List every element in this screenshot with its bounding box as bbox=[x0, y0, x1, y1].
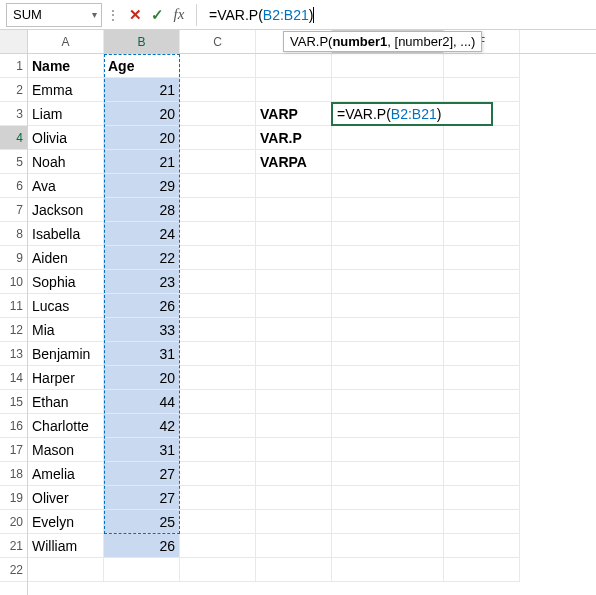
cell-D1[interactable] bbox=[256, 54, 332, 78]
cell-B5[interactable]: 21 bbox=[104, 150, 180, 174]
row-header-16[interactable]: 16 bbox=[0, 414, 27, 438]
cell-F14[interactable] bbox=[444, 366, 520, 390]
cell-E8[interactable] bbox=[332, 222, 444, 246]
cell-B9[interactable]: 22 bbox=[104, 246, 180, 270]
cell-C6[interactable] bbox=[180, 174, 256, 198]
cell-F4[interactable] bbox=[444, 126, 520, 150]
cell-F20[interactable] bbox=[444, 510, 520, 534]
cell-E17[interactable] bbox=[332, 438, 444, 462]
chevron-down-icon[interactable]: ▾ bbox=[92, 9, 97, 20]
cell-D2[interactable] bbox=[256, 78, 332, 102]
cell-E2[interactable] bbox=[332, 78, 444, 102]
cell-D20[interactable] bbox=[256, 510, 332, 534]
cell-E16[interactable] bbox=[332, 414, 444, 438]
cell-A13[interactable]: Benjamin bbox=[28, 342, 104, 366]
cell-B22[interactable] bbox=[104, 558, 180, 582]
cell-C1[interactable] bbox=[180, 54, 256, 78]
cell-D16[interactable] bbox=[256, 414, 332, 438]
cell-E6[interactable] bbox=[332, 174, 444, 198]
cell-B18[interactable]: 27 bbox=[104, 462, 180, 486]
cell-A2[interactable]: Emma bbox=[28, 78, 104, 102]
cell-B4[interactable]: 20 bbox=[104, 126, 180, 150]
cell-F21[interactable] bbox=[444, 534, 520, 558]
cell-D6[interactable] bbox=[256, 174, 332, 198]
cell-D19[interactable] bbox=[256, 486, 332, 510]
cell-C12[interactable] bbox=[180, 318, 256, 342]
cell-B3[interactable]: 20 bbox=[104, 102, 180, 126]
cell-D12[interactable] bbox=[256, 318, 332, 342]
cell-F2[interactable] bbox=[444, 78, 520, 102]
cell-C22[interactable] bbox=[180, 558, 256, 582]
cell-A14[interactable]: Harper bbox=[28, 366, 104, 390]
row-header-6[interactable]: 6 bbox=[0, 174, 27, 198]
enter-button[interactable]: ✓ bbox=[146, 4, 168, 26]
cell-F11[interactable] bbox=[444, 294, 520, 318]
row-header-2[interactable]: 2 bbox=[0, 78, 27, 102]
cell-E1[interactable] bbox=[332, 54, 444, 78]
cell-E15[interactable] bbox=[332, 390, 444, 414]
row-header-5[interactable]: 5 bbox=[0, 150, 27, 174]
cell-D18[interactable] bbox=[256, 462, 332, 486]
cell-B15[interactable]: 44 bbox=[104, 390, 180, 414]
cell-A21[interactable]: William bbox=[28, 534, 104, 558]
cell-D10[interactable] bbox=[256, 270, 332, 294]
cell-E20[interactable] bbox=[332, 510, 444, 534]
cell-E19[interactable] bbox=[332, 486, 444, 510]
cell-B19[interactable]: 27 bbox=[104, 486, 180, 510]
row-header-19[interactable]: 19 bbox=[0, 486, 27, 510]
row-header-21[interactable]: 21 bbox=[0, 534, 27, 558]
cell-F1[interactable] bbox=[444, 54, 520, 78]
cell-A7[interactable]: Jackson bbox=[28, 198, 104, 222]
cell-A11[interactable]: Lucas bbox=[28, 294, 104, 318]
cell-D7[interactable] bbox=[256, 198, 332, 222]
cell-D21[interactable] bbox=[256, 534, 332, 558]
cell-A15[interactable]: Ethan bbox=[28, 390, 104, 414]
cell-C2[interactable] bbox=[180, 78, 256, 102]
row-header-9[interactable]: 9 bbox=[0, 246, 27, 270]
cell-A8[interactable]: Isabella bbox=[28, 222, 104, 246]
cell-B13[interactable]: 31 bbox=[104, 342, 180, 366]
cell-C17[interactable] bbox=[180, 438, 256, 462]
cell-E4[interactable] bbox=[332, 126, 444, 150]
row-header-12[interactable]: 12 bbox=[0, 318, 27, 342]
cell-B10[interactable]: 23 bbox=[104, 270, 180, 294]
col-header-A[interactable]: A bbox=[28, 30, 104, 53]
cell-C18[interactable] bbox=[180, 462, 256, 486]
cell-A3[interactable]: Liam bbox=[28, 102, 104, 126]
row-header-20[interactable]: 20 bbox=[0, 510, 27, 534]
cell-A19[interactable]: Oliver bbox=[28, 486, 104, 510]
cell-A18[interactable]: Amelia bbox=[28, 462, 104, 486]
cell-B2[interactable]: 21 bbox=[104, 78, 180, 102]
fx-button[interactable]: fx bbox=[168, 4, 190, 26]
row-header-4[interactable]: 4 bbox=[0, 126, 27, 150]
cell-E10[interactable] bbox=[332, 270, 444, 294]
cell-F18[interactable] bbox=[444, 462, 520, 486]
cell-E5[interactable] bbox=[332, 150, 444, 174]
cell-B1[interactable]: Age bbox=[104, 54, 180, 78]
cell-C9[interactable] bbox=[180, 246, 256, 270]
cell-A9[interactable]: Aiden bbox=[28, 246, 104, 270]
cell-E21[interactable] bbox=[332, 534, 444, 558]
cell-D8[interactable] bbox=[256, 222, 332, 246]
cell-E11[interactable] bbox=[332, 294, 444, 318]
cell-F9[interactable] bbox=[444, 246, 520, 270]
row-header-22[interactable]: 22 bbox=[0, 558, 27, 582]
cell-D13[interactable] bbox=[256, 342, 332, 366]
cell-E13[interactable] bbox=[332, 342, 444, 366]
cell-F5[interactable] bbox=[444, 150, 520, 174]
cell-A12[interactable]: Mia bbox=[28, 318, 104, 342]
cell-D15[interactable] bbox=[256, 390, 332, 414]
cell-F22[interactable] bbox=[444, 558, 520, 582]
cell-B12[interactable]: 33 bbox=[104, 318, 180, 342]
cell-F17[interactable] bbox=[444, 438, 520, 462]
row-header-1[interactable]: 1 bbox=[0, 54, 27, 78]
cell-B7[interactable]: 28 bbox=[104, 198, 180, 222]
row-header-11[interactable]: 11 bbox=[0, 294, 27, 318]
cell-C13[interactable] bbox=[180, 342, 256, 366]
row-header-7[interactable]: 7 bbox=[0, 198, 27, 222]
cell-F16[interactable] bbox=[444, 414, 520, 438]
cell-C10[interactable] bbox=[180, 270, 256, 294]
cell-A16[interactable]: Charlotte bbox=[28, 414, 104, 438]
cell-E12[interactable] bbox=[332, 318, 444, 342]
select-all-corner[interactable] bbox=[0, 30, 27, 54]
